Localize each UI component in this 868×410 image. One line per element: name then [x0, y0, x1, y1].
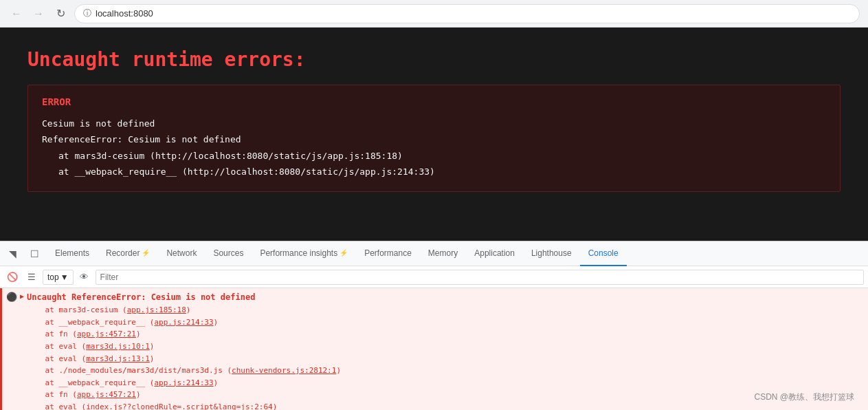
inspect-element-button[interactable]: ◥	[3, 244, 22, 263]
error-circle-icon: ⚫	[6, 292, 17, 302]
error-stack2: at __webpack_require__ (http://localhost…	[58, 164, 826, 180]
dropdown-arrow-icon: ▼	[60, 272, 69, 282]
url-text: localhost:8080	[96, 8, 153, 19]
eye-button[interactable]: 👁	[76, 269, 93, 285]
context-label: top	[47, 272, 59, 282]
tab-sources[interactable]: Sources	[205, 241, 252, 266]
reload-button[interactable]: ↻	[52, 6, 69, 22]
error-text: Cesium is not defined ReferenceError: Ce…	[42, 116, 826, 180]
devtools-tabs: ◥ ☐ Elements Recorder ⚡ Network Sources …	[0, 241, 868, 266]
error-stack-line-2: at __webpack_require__ (app.js:214:33)	[27, 316, 863, 329]
tab-console[interactable]: Console	[580, 241, 627, 266]
filter-input[interactable]	[96, 270, 864, 285]
stack-link-4[interactable]: mars3d.js:10:1	[86, 342, 150, 351]
error-label: ERROR	[42, 96, 826, 107]
show-sidebar-button[interactable]: ☰	[23, 269, 40, 285]
lock-icon: ⓘ	[83, 8, 91, 19]
stack-link-9[interactable]: index.js??clonedRule=.script&lang=js:2:6…	[86, 402, 273, 410]
tab-application[interactable]: Application	[466, 241, 523, 266]
error-line2: ReferenceError: Cesium is not defined	[42, 131, 826, 147]
stack-link-2[interactable]: app.js:214:33	[154, 318, 213, 327]
error-main-text: Uncaught ReferenceError: Cesium is not d…	[27, 291, 863, 304]
error-stack-line-1: at mars3d-cesium (app.js:185:18)	[27, 304, 863, 316]
console-toolbar: 🚫 ☰ top ▼ 👁	[0, 266, 868, 288]
error-stack-line-5: at eval (mars3d.js:13:1)	[27, 353, 863, 365]
console-error-row: ⚫ ▶ Uncaught ReferenceError: Cesium is n…	[0, 288, 868, 410]
stack-link-3[interactable]: app.js:457:21	[77, 330, 136, 338]
clear-console-button[interactable]: 🚫	[4, 269, 21, 285]
page-content: Uncaught runtime errors: ERROR Cesium is…	[0, 28, 868, 241]
tab-recorder[interactable]: Recorder ⚡	[98, 241, 158, 266]
error-stack-line-8: at fn (app.js:457:21)	[27, 389, 863, 401]
stack-link-1[interactable]: app.js:185:18	[127, 305, 186, 314]
error-stack-line-4: at eval (mars3d.js:10:1)	[27, 341, 863, 353]
tab-memory[interactable]: Memory	[420, 241, 466, 266]
tab-lighthouse[interactable]: Lighthouse	[523, 241, 580, 266]
console-output: ⚫ ▶ Uncaught ReferenceError: Cesium is n…	[0, 288, 868, 410]
back-button[interactable]: ←	[8, 6, 25, 22]
error-stack-line-9: at eval (index.js??clonedRule=.script&la…	[27, 401, 863, 410]
forward-button[interactable]: →	[30, 6, 47, 22]
stack-link-5[interactable]: mars3d.js:13:1	[86, 354, 150, 363]
error-stack1: at mars3d-cesium (http://localhost:8080/…	[58, 148, 826, 164]
browser-toolbar: ← → ↻ ⓘ localhost:8080	[0, 0, 868, 28]
stack-link-7[interactable]: app.js:214:33	[154, 378, 213, 387]
tab-performance-insights[interactable]: Performance insights ⚡	[252, 241, 356, 266]
console-error-content: Uncaught ReferenceError: Cesium is not d…	[27, 291, 863, 410]
error-title: Uncaught runtime errors:	[27, 48, 841, 71]
expand-triangle-icon[interactable]: ▶	[20, 292, 24, 300]
tab-elements[interactable]: Elements	[47, 241, 98, 266]
device-toolbar-button[interactable]: ☐	[25, 244, 44, 263]
tab-network[interactable]: Network	[158, 241, 205, 266]
error-stack-line-3: at fn (app.js:457:21)	[27, 328, 863, 341]
watermark: CSDN @教练、我想打篮球	[754, 391, 854, 403]
error-box: ERROR Cesium is not defined ReferenceErr…	[27, 85, 841, 192]
error-stack-line-7: at __webpack_require__ (app.js:214:33)	[27, 377, 863, 389]
devtools-panel: ◥ ☐ Elements Recorder ⚡ Network Sources …	[0, 241, 868, 410]
address-bar[interactable]: ⓘ localhost:8080	[74, 4, 860, 23]
stack-link-6[interactable]: chunk-vendors.js:2812:1	[232, 366, 336, 375]
error-line1: Cesium is not defined	[42, 116, 826, 131]
error-stack-line-6: at ./node_modules/mars3d/dist/mars3d.js …	[27, 365, 863, 377]
context-dropdown[interactable]: top ▼	[43, 270, 74, 285]
tab-performance[interactable]: Performance	[356, 241, 420, 266]
stack-link-8[interactable]: app.js:457:21	[77, 390, 136, 399]
